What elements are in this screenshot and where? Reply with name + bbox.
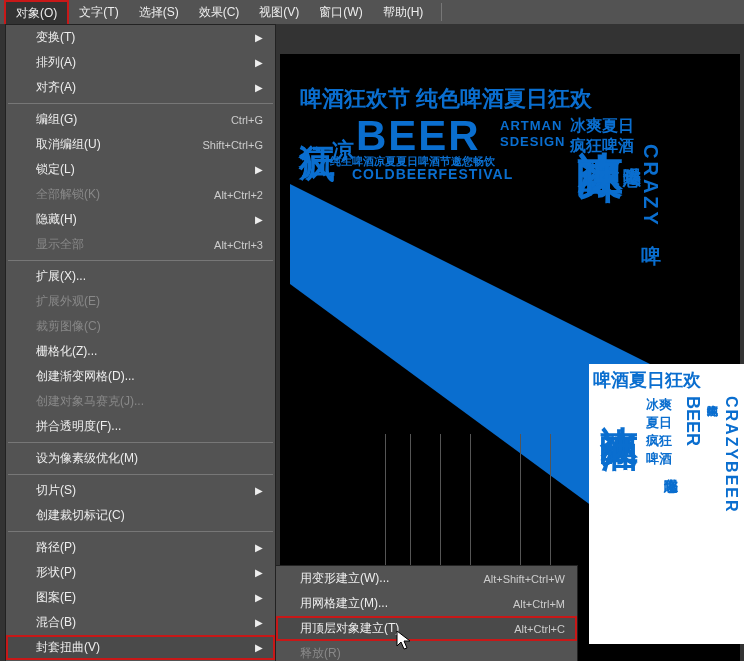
menu-item-label: 创建裁切标记(C) (36, 507, 125, 524)
menu-shortcut: Alt+Ctrl+M (513, 598, 565, 610)
menu-item-label: 全部解锁(K) (36, 186, 100, 203)
menu-item[interactable]: 取消编组(U)Shift+Ctrl+G (6, 132, 275, 157)
menu-item[interactable]: 创建裁切标记(C) (6, 503, 275, 528)
menu-item[interactable]: 锁定(L)▶ (6, 157, 275, 182)
menu-item-label: 锁定(L) (36, 161, 75, 178)
menubar-help[interactable]: 帮助(H) (373, 1, 434, 24)
submenu-arrow-icon: ▶ (255, 57, 263, 68)
menu-item[interactable]: 排列(A)▶ (6, 50, 275, 75)
menu-item[interactable]: 栅格化(Z)... (6, 339, 275, 364)
art-huge1: 冰爽啤 (570, 114, 632, 120)
menu-item: 全部解锁(K)Alt+Ctrl+2 (6, 182, 275, 207)
menu-item-label: 路径(P) (36, 539, 76, 556)
side-ice2: 疯狂啤酒 (646, 432, 680, 468)
menu-item[interactable]: 混合(B)▶ (6, 610, 275, 635)
submenu-item[interactable]: 用变形建立(W)...Alt+Shift+Ctrl+W (276, 566, 577, 591)
menu-separator (8, 474, 273, 475)
menu-item[interactable]: 拼合透明度(F)... (6, 414, 275, 439)
side-headline: 啤酒夏日狂欢 (589, 364, 744, 396)
menu-item-label: 取消编组(U) (36, 136, 101, 153)
submenu-arrow-icon: ▶ (255, 617, 263, 628)
art-artman: ARTMAN (500, 118, 562, 133)
menu-item[interactable]: 设为像素级优化(M) (6, 446, 275, 471)
menu-item-label: 编组(G) (36, 111, 77, 128)
side-huge: 冰爽啤酒 (593, 396, 644, 514)
side-pure: 纯生啤酒 (705, 396, 720, 514)
menu-item-label: 扩展(X)... (36, 268, 86, 285)
submenu-arrow-icon: ▶ (255, 164, 263, 175)
menubar-object[interactable]: 对象(O) (4, 0, 69, 25)
side-artboard: 啤酒夏日狂欢 冰爽啤酒 冰爽夏日 疯狂啤酒 邀您喝 BEER 纯生啤酒 CRAZ… (589, 364, 744, 644)
submenu-arrow-icon: ▶ (255, 82, 263, 93)
art-ice2: 疯狂啤酒 (570, 136, 634, 157)
submenu-item: 释放(R) (276, 641, 577, 661)
menu-shortcut: Alt+Ctrl+C (514, 623, 565, 635)
menubar-type[interactable]: 文字(T) (69, 1, 128, 24)
menu-item[interactable]: 编组(G)Ctrl+G (6, 107, 275, 132)
menu-item-label: 图案(E) (36, 589, 76, 606)
menu-item: 显示全部Alt+Ctrl+3 (6, 232, 275, 257)
toolbar-divider (441, 3, 459, 21)
menu-item-label: 形状(P) (36, 564, 76, 581)
menu-item-label: 变换(T) (36, 29, 75, 46)
submenu-item[interactable]: 用顶层对象建立(T)Alt+Ctrl+C (276, 616, 577, 641)
menubar-effect[interactable]: 效果(C) (189, 1, 250, 24)
menubar-select[interactable]: 选择(S) (129, 1, 189, 24)
side-crazy: CRAZYBEER (722, 396, 740, 514)
menu-item-label: 显示全部 (36, 236, 84, 253)
submenu-arrow-icon: ▶ (255, 592, 263, 603)
menubar-view[interactable]: 视图(V) (249, 1, 309, 24)
menu-item-label: 创建对象马赛克(J)... (36, 393, 144, 410)
submenu-arrow-icon: ▶ (255, 567, 263, 578)
menu-shortcut: Alt+Ctrl+2 (214, 189, 263, 201)
menu-shortcut: Ctrl+G (231, 114, 263, 126)
art-fest: COLDBEERFESTIVAL (352, 166, 513, 182)
menu-separator (8, 442, 273, 443)
submenu-arrow-icon: ▶ (255, 542, 263, 553)
menu-item-label: 隐藏(H) (36, 211, 77, 228)
submenu-arrow-icon: ▶ (255, 32, 263, 43)
menu-item[interactable]: 路径(P)▶ (6, 535, 275, 560)
envelope-distort-submenu: 用变形建立(W)...Alt+Shift+Ctrl+W用网格建立(M)...Al… (275, 565, 578, 661)
menu-item-label: 裁剪图像(C) (36, 318, 101, 335)
menubar: 对象(O) 文字(T) 选择(S) 效果(C) 视图(V) 窗口(W) 帮助(H… (0, 0, 744, 24)
menu-shortcut: Shift+Ctrl+G (202, 139, 263, 151)
menu-item[interactable]: 对齐(A)▶ (6, 75, 275, 100)
side-ice1: 冰爽夏日 (646, 396, 680, 432)
art-crazy2: CRAZY啤 (638, 144, 665, 231)
submenu-item-label: 释放(R) (300, 645, 341, 661)
menu-item-label: 设为像素级优化(M) (36, 450, 138, 467)
submenu-item-label: 用网格建立(M)... (300, 595, 388, 612)
menu-separator (8, 531, 273, 532)
menu-item-label: 对齐(A) (36, 79, 76, 96)
menu-item[interactable]: 切片(S)▶ (6, 478, 275, 503)
menu-item-label: 混合(B) (36, 614, 76, 631)
menu-item[interactable]: 创建渐变网格(D)... (6, 364, 275, 389)
object-menu-dropdown: 变换(T)▶排列(A)▶对齐(A)▶编组(G)Ctrl+G取消编组(U)Shif… (5, 24, 276, 661)
art-beer: BEER (356, 112, 481, 160)
menu-item-label: 拼合透明度(F)... (36, 418, 121, 435)
menu-item: 裁剪图像(C) (6, 314, 275, 339)
menu-item[interactable]: 隐藏(H)▶ (6, 207, 275, 232)
menu-separator (8, 260, 273, 261)
menu-item-label: 切片(S) (36, 482, 76, 499)
menu-item-label: 创建渐变网格(D)... (36, 368, 135, 385)
art-sdesign: SDESIGN (500, 134, 566, 149)
menu-item[interactable]: 图案(E)▶ (6, 585, 275, 610)
submenu-item[interactable]: 用网格建立(M)...Alt+Ctrl+M (276, 591, 577, 616)
menu-separator (8, 103, 273, 104)
menu-item[interactable]: 变换(T)▶ (6, 25, 275, 50)
menu-shortcut: Alt+Ctrl+3 (214, 239, 263, 251)
menu-shortcut: Alt+Shift+Ctrl+W (483, 573, 565, 585)
art-headline: 啤酒狂欢节 纯色啤酒夏日狂欢 (300, 84, 592, 114)
menu-item[interactable]: 封套扭曲(V)▶ (6, 635, 275, 660)
menu-item: 扩展外观(E) (6, 289, 275, 314)
submenu-arrow-icon: ▶ (255, 214, 263, 225)
menu-item[interactable]: 扩展(X)... (6, 264, 275, 289)
submenu-arrow-icon: ▶ (255, 642, 263, 653)
menu-item-label: 栅格化(Z)... (36, 343, 97, 360)
submenu-item-label: 用顶层对象建立(T) (300, 620, 399, 637)
menu-item-label: 排列(A) (36, 54, 76, 71)
menubar-window[interactable]: 窗口(W) (309, 1, 372, 24)
menu-item[interactable]: 形状(P)▶ (6, 560, 275, 585)
